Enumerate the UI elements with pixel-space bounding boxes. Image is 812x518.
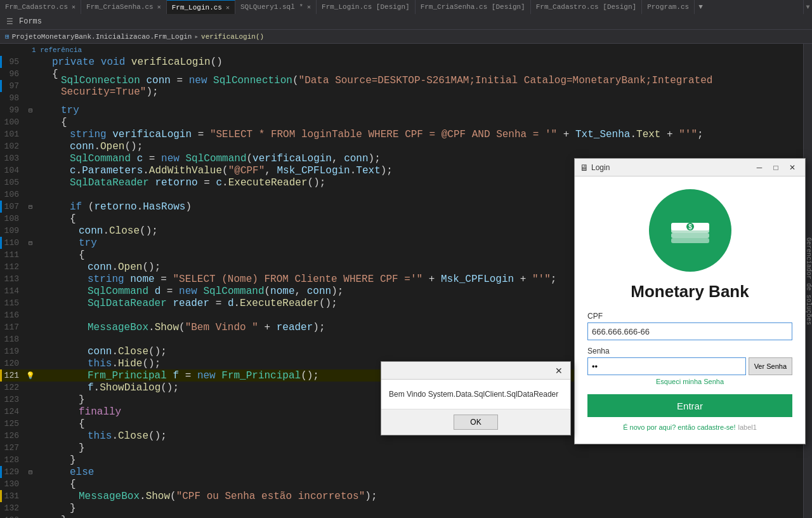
login-window: 🖥 Login ─ □ ✕ bbox=[574, 158, 806, 444]
esqueci-senha-link[interactable]: Esqueci minha Senha bbox=[656, 378, 724, 385]
ln-112: 112 bbox=[3, 261, 27, 273]
ln-127: 127 bbox=[3, 442, 27, 454]
solution-explorer-toggle[interactable]: ▼ bbox=[803, 0, 812, 14]
tab-close[interactable]: ✕ bbox=[307, 3, 311, 11]
ln-120: 120 bbox=[3, 357, 27, 369]
code-line-131: 131 MessageBox.Show("CPF ou Senha estão … bbox=[0, 490, 803, 502]
window-controls: ─ □ ✕ bbox=[752, 161, 800, 174]
ln-100: 100 bbox=[3, 116, 27, 128]
code-line-99: 99 ⊟ try bbox=[0, 104, 803, 116]
ok-button[interactable]: OK bbox=[454, 415, 498, 430]
tab-label: Frm_Cadastro.cs bbox=[5, 3, 68, 11]
crumb-icon: ⊞ bbox=[5, 32, 10, 41]
msgbox: ✕ Bem Vindo System.Data.SqlClient.SqlDat… bbox=[381, 361, 571, 435]
svg-rect-0 bbox=[671, 238, 709, 243]
code-line-97: 97 SqlConnection conn = new SqlConnectio… bbox=[0, 80, 803, 92]
ln-96: 96 bbox=[3, 68, 27, 80]
code-line-100: 100 { bbox=[0, 116, 803, 128]
ln-129: 129 bbox=[3, 466, 27, 478]
ln-121: 121 bbox=[3, 369, 27, 382]
lightbulb-icon[interactable]: 💡 bbox=[26, 371, 35, 380]
code-line-132: 132 } bbox=[0, 502, 803, 514]
fold-129[interactable]: ⊟ bbox=[27, 466, 34, 478]
tab-overflow[interactable]: ▼ bbox=[695, 0, 707, 14]
senha-label: Senha bbox=[587, 347, 792, 355]
senha-input[interactable] bbox=[587, 357, 746, 375]
ln-99: 99 bbox=[3, 104, 27, 116]
register-link[interactable]: É novo por aqui? então cadastre-se! bbox=[623, 423, 735, 431]
close-button[interactable]: ✕ bbox=[785, 161, 800, 174]
tab-frm-criasenha-design[interactable]: Frm_CriaSenha.cs [Design] bbox=[416, 0, 531, 14]
bank-icon-svg: $ bbox=[665, 205, 716, 256]
tab-frm-login[interactable]: Frm_Login.cs ✕ bbox=[167, 0, 235, 14]
ln-130: 130 bbox=[3, 478, 27, 490]
code-line-129: 129 ⊟ else bbox=[0, 466, 803, 478]
cpf-input[interactable] bbox=[587, 322, 792, 340]
breadcrumb-bar: ⊞ ProjetoMonetaryBank.Inicializacao.Frm_… bbox=[0, 30, 812, 44]
bank-title: Monetary Bank bbox=[631, 282, 749, 302]
reference-count[interactable]: 1 referência bbox=[32, 46, 82, 54]
tab-program[interactable]: Program.cs bbox=[642, 0, 695, 14]
tab-label: Frm_Login.cs bbox=[172, 4, 222, 11]
gutter-129 bbox=[0, 466, 2, 478]
ver-senha-button[interactable]: Ver Senha bbox=[749, 357, 792, 375]
ln-119: 119 bbox=[3, 345, 27, 357]
tab-close[interactable]: ✕ bbox=[157, 3, 161, 11]
fold-99[interactable]: ⊟ bbox=[27, 104, 34, 116]
maximize-button[interactable]: □ bbox=[768, 161, 783, 174]
tab-close[interactable]: ✕ bbox=[72, 3, 75, 11]
login-icon: 🖥 bbox=[580, 163, 589, 173]
label1: label1 bbox=[738, 423, 756, 431]
fold-110[interactable]: ⊟ bbox=[27, 237, 34, 249]
editor-area: 1 referência 95 private void verificaLog… bbox=[0, 44, 812, 518]
ln-104: 104 bbox=[3, 164, 27, 176]
minimize-button[interactable]: ─ bbox=[752, 161, 767, 174]
tab-sqlquery[interactable]: SQLQuery1.sql * ✕ bbox=[235, 0, 317, 14]
tab-close[interactable]: ✕ bbox=[226, 4, 230, 11]
tab-frm-cadastro[interactable]: Frm_Cadastro.cs ✕ bbox=[0, 0, 81, 14]
forms-icon: ☰ bbox=[3, 15, 16, 29]
ln-124: 124 bbox=[3, 406, 27, 418]
ln-98: 98 bbox=[3, 92, 27, 104]
gutter-97 bbox=[0, 80, 2, 92]
ln-95: 95 bbox=[3, 56, 27, 68]
entrar-button[interactable]: Entrar bbox=[587, 394, 792, 417]
ln-131: 131 bbox=[3, 490, 27, 502]
svg-text:$: $ bbox=[688, 223, 692, 230]
tab-frm-cadastro-design[interactable]: Frm_Cadastro.cs [Design] bbox=[531, 0, 642, 14]
tab-label: SQLQuery1.sql * bbox=[240, 3, 303, 11]
ln-107: 107 bbox=[3, 201, 27, 213]
ln-102: 102 bbox=[3, 140, 27, 152]
gutter-131 bbox=[0, 490, 2, 502]
code-line-98: 98 bbox=[0, 92, 803, 104]
gutter-107 bbox=[0, 201, 2, 213]
senha-row: Ver Senha bbox=[587, 357, 792, 375]
login-titlebar: 🖥 Login ─ □ ✕ bbox=[575, 159, 805, 176]
code-line-130: 130 { bbox=[0, 478, 803, 490]
ln-110: 110 bbox=[3, 237, 27, 249]
fold-107[interactable]: ⊟ bbox=[27, 201, 34, 213]
breadcrumb-method: verificaLogin() bbox=[201, 33, 264, 41]
msgbox-footer: OK bbox=[381, 409, 570, 435]
ln-109: 109 bbox=[3, 225, 27, 237]
ln-103: 103 bbox=[3, 152, 27, 164]
forms-label: Forms bbox=[19, 17, 42, 26]
ln-105: 105 bbox=[3, 176, 27, 189]
code-line-101: 101 string verificaLogin = "SELECT * FRO… bbox=[0, 128, 803, 140]
code-line-102: 102 conn.Open(); bbox=[0, 140, 803, 152]
senha-section: Senha Ver Senha bbox=[587, 347, 792, 375]
code-line-95: 95 private void verificaLogin() bbox=[0, 56, 803, 68]
msgbox-titlebar: ✕ bbox=[381, 362, 570, 380]
ln-128: 128 bbox=[3, 454, 27, 466]
login-window-title: Login bbox=[591, 163, 610, 172]
cpf-section: CPF bbox=[587, 312, 792, 340]
msgbox-close-button[interactable]: ✕ bbox=[553, 364, 565, 377]
gutter-95 bbox=[0, 56, 2, 68]
tab-frm-login-design[interactable]: Frm_Login.cs [Design] bbox=[317, 0, 416, 14]
tab-frm-criasenha[interactable]: Frm_CriaSenha.cs ✕ bbox=[81, 0, 167, 14]
ln-132: 132 bbox=[3, 502, 27, 514]
ln-111: 111 bbox=[3, 249, 27, 261]
ln-116: 116 bbox=[3, 309, 27, 321]
ln-113: 113 bbox=[3, 273, 27, 285]
toolbar: ☰ Forms bbox=[0, 14, 812, 30]
